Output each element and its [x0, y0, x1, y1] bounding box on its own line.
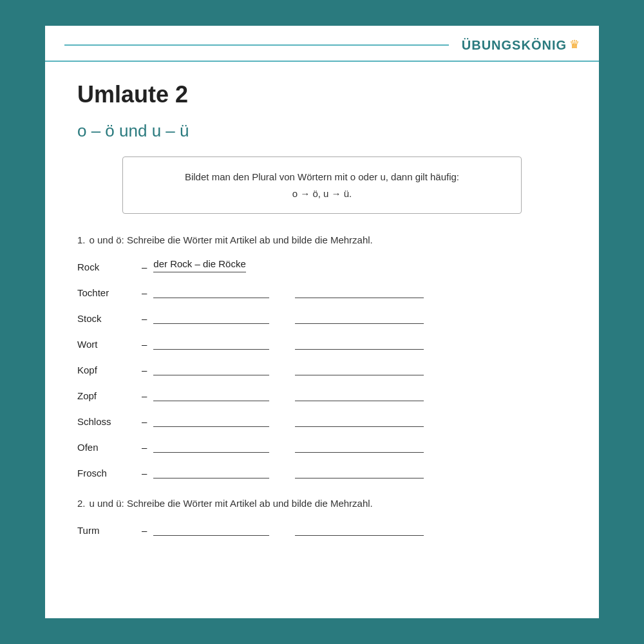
info-line-2: o → ö, u → ü. — [142, 185, 502, 202]
answer-line-2[interactable] — [295, 336, 424, 350]
word-label: Wort — [77, 339, 135, 350]
page-title: Umlaute 2 — [77, 81, 567, 108]
answer-line-2[interactable] — [295, 361, 424, 375]
dash: – — [142, 416, 147, 427]
answer-line-2[interactable] — [295, 387, 424, 401]
section1-word-list: Rock – der Rock – die Röcke Tochter – St… — [77, 258, 567, 478]
word-label: Kopf — [77, 365, 135, 375]
answer-line-1[interactable] — [153, 439, 269, 453]
dash: – — [142, 525, 147, 536]
crown-icon: ♛ — [569, 37, 580, 52]
section1-num: 1. — [77, 234, 86, 245]
dash: – — [142, 442, 147, 453]
word-row: Wort – — [77, 336, 567, 350]
dash: – — [142, 339, 147, 350]
section1-desc: o und ö: Schreibe die Wörter mit Artikel… — [90, 234, 373, 245]
word-row: Zopf – — [77, 387, 567, 401]
word-row: Tochter – — [77, 284, 567, 298]
header-bar: ÜBUNGSKÖNIG ♛ — [45, 26, 599, 62]
answer-line-1[interactable] — [153, 522, 269, 536]
answer-line-1[interactable] — [153, 336, 269, 350]
info-line-1: Bildet man den Plural von Wörtern mit o … — [142, 169, 502, 185]
answer-line-2[interactable] — [295, 310, 424, 324]
example-answer: der Rock – die Röcke — [153, 258, 245, 272]
word-row: Schloss – — [77, 413, 567, 427]
answer-line-2[interactable] — [295, 413, 424, 427]
answer-line-1[interactable] — [153, 284, 269, 298]
word-label: Tochter — [77, 287, 135, 298]
dash: – — [142, 390, 147, 401]
answer-line-1[interactable] — [153, 464, 269, 478]
word-label: Zopf — [77, 390, 135, 401]
example-row: Rock – der Rock – die Röcke — [77, 258, 567, 272]
section2-title: 2. u und ü: Schreibe die Wörter mit Arti… — [77, 498, 567, 509]
word-label: Frosch — [77, 468, 135, 478]
word-label: Ofen — [77, 442, 135, 453]
brand-text: ÜBUNGSKÖNIG — [462, 38, 567, 53]
word-label: Schloss — [77, 416, 135, 427]
section2-num: 2. — [77, 498, 86, 509]
answer-line-1[interactable] — [153, 361, 269, 375]
section2-word-list: Turm – — [77, 522, 567, 536]
example-dash: – — [142, 261, 147, 272]
answer-line-2[interactable] — [295, 284, 424, 298]
word-row: Stock – — [77, 310, 567, 324]
section2-desc: u und ü: Schreibe die Wörter mit Artikel… — [90, 498, 373, 509]
word-row: Turm – — [77, 522, 567, 536]
answer-line-2[interactable] — [295, 439, 424, 453]
header-line — [64, 44, 449, 46]
dash: – — [142, 313, 147, 324]
word-label: Turm — [77, 525, 135, 536]
word-row: Ofen – — [77, 439, 567, 453]
worksheet-page: ÜBUNGSKÖNIG ♛ Umlaute 2 o – ö und u – ü … — [45, 26, 599, 618]
dash: – — [142, 287, 147, 298]
word-row: Kopf – — [77, 361, 567, 375]
info-box: Bildet man den Plural von Wörtern mit o … — [122, 156, 522, 214]
answer-line-2[interactable] — [295, 464, 424, 478]
answer-line-2[interactable] — [295, 522, 424, 536]
brand: ÜBUNGSKÖNIG ♛ — [462, 37, 580, 53]
page-subtitle: o – ö und u – ü — [77, 121, 567, 141]
answer-line-1[interactable] — [153, 413, 269, 427]
example-word: Rock — [77, 261, 135, 272]
answer-line-1[interactable] — [153, 310, 269, 324]
dash: – — [142, 468, 147, 478]
main-content: Umlaute 2 o – ö und u – ü Bildet man den… — [45, 81, 599, 536]
word-row: Frosch – — [77, 464, 567, 478]
answer-line-1[interactable] — [153, 387, 269, 401]
word-label: Stock — [77, 313, 135, 324]
dash: – — [142, 365, 147, 375]
section1-title: 1. o und ö: Schreibe die Wörter mit Arti… — [77, 234, 567, 245]
